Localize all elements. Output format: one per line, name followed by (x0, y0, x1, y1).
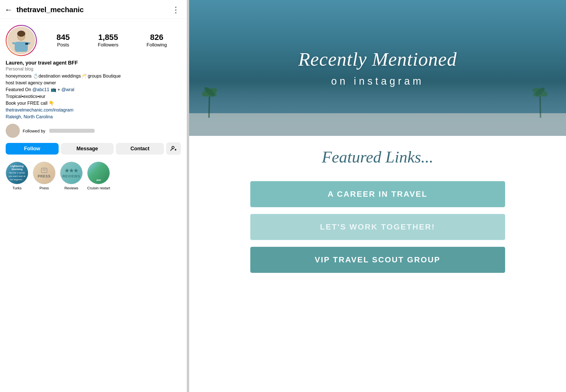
vip-travel-scout-button[interactable]: VIP TRAVEL SCOUT GROUP (250, 247, 505, 273)
followers-label: Followers (98, 42, 119, 48)
career-in-travel-button[interactable]: A CAREER IN TRAVEL (250, 181, 505, 207)
followed-by-row: Followed by (0, 120, 187, 140)
followers-stat[interactable]: 1,855 Followers (98, 33, 119, 48)
profile-header-bar: ← thetravel_mechanic ⋮ (0, 0, 187, 19)
bio-line5: Book your FREE call 👇 (6, 101, 54, 106)
lets-work-together-button[interactable]: LET'S WORK TOGETHER! (250, 214, 505, 240)
bio-text: honeymoons 💍destination weddings🥂 groups… (6, 73, 181, 120)
recently-mentioned-title: Recently Mentioned (298, 49, 457, 70)
highlight-press[interactable]: PRESS Press (33, 162, 55, 190)
bio-category: Personal blog (6, 67, 181, 72)
header-left: ← thetravel_mechanic (5, 5, 84, 14)
highlights-row: LighteningStormingNot the 3 words you wa… (0, 159, 187, 195)
message-button[interactable]: Message (61, 143, 114, 155)
buildings-row (189, 113, 566, 136)
featured-links-section: Featured Links... A CAREER IN TRAVEL LET… (189, 136, 566, 392)
action-buttons-row: Follow Message Contact (0, 140, 187, 159)
avatar[interactable] (7, 26, 36, 55)
bio-line1: honeymoons 💍destination weddings🥂 groups… (6, 74, 121, 78)
following-count: 826 (150, 33, 163, 42)
link-buttons-container: A CAREER IN TRAVEL LET'S WORK TOGETHER! … (250, 181, 505, 273)
following-label: Following (147, 42, 167, 48)
highlight-cruisin-label: Cruisin restart (87, 186, 110, 190)
highlight-reviews-circle: ★★★ REVIEWS (60, 162, 83, 184)
svg-rect-6 (25, 43, 28, 45)
right-panel: Recently Mentioned on instagram Featured… (189, 0, 566, 392)
contact-button[interactable]: Contact (116, 143, 164, 155)
bio-line2: host travel agency owner (6, 80, 56, 85)
highlight-reviews[interactable]: ★★★ REVIEWS Reviews (60, 162, 83, 190)
bio-mention1[interactable]: @abc11 (32, 87, 49, 92)
highlight-reviews-label: Reviews (64, 186, 78, 190)
bio-line3-prefix: Featured On (6, 87, 32, 92)
highlight-cruisin[interactable]: ann Cruisin restart (87, 162, 110, 190)
following-stat[interactable]: 826 Following (147, 33, 167, 48)
on-instagram-text: on instagram (331, 75, 424, 87)
bio-website[interactable]: thetravelmechanic.com/instagram (6, 108, 73, 112)
recently-mentioned-section: Recently Mentioned on instagram (189, 0, 566, 136)
svg-rect-4 (12, 42, 16, 44)
followed-by-name-blurred (49, 129, 95, 133)
svg-marker-13 (44, 168, 45, 168)
highlight-turks[interactable]: LighteningStormingNot the 3 words you wa… (6, 162, 28, 190)
profile-username: thetravel_mechanic (16, 5, 84, 14)
bio-mention2[interactable]: @wral (61, 87, 74, 92)
panel-divider (187, 0, 189, 392)
stats-row: 845 Posts 1,855 Followers 826 Following (42, 33, 181, 48)
highlight-cruisin-circle: ann (87, 162, 110, 184)
more-options-button[interactable]: ⋮ (172, 5, 180, 14)
bio-line3-mid: 📺 + (49, 87, 61, 92)
followers-count: 1,855 (98, 33, 118, 42)
svg-point-7 (172, 146, 174, 149)
highlight-turks-circle: LighteningStormingNot the 3 words you wa… (6, 162, 28, 184)
followed-by-text: Followed by (23, 128, 45, 133)
featured-links-title: Featured Links... (322, 147, 433, 167)
avatar-wrapper (6, 25, 37, 56)
posts-count: 845 (57, 33, 70, 42)
svg-point-2 (17, 31, 25, 37)
bio-line4: Tropical•exotics•eur (6, 94, 45, 99)
bio-section: Lauren, your travel agent BFF Personal b… (0, 59, 187, 120)
highlight-turks-label: Turks (12, 186, 22, 190)
palm-right-decoration (532, 78, 549, 119)
followed-by-avatar (6, 124, 20, 138)
posts-label: Posts (57, 42, 69, 48)
back-button[interactable]: ← (5, 5, 12, 14)
highlight-press-label: Press (39, 186, 49, 190)
follow-button[interactable]: Follow (6, 143, 59, 155)
add-person-button[interactable] (166, 142, 181, 155)
highlight-press-circle: PRESS (33, 162, 55, 184)
instagram-profile-panel: ← thetravel_mechanic ⋮ (0, 0, 187, 392)
bio-location: Raleigh, North Carolina (6, 114, 53, 119)
profile-info-row: 845 Posts 1,855 Followers 826 Following (0, 19, 187, 59)
posts-stat[interactable]: 845 Posts (57, 33, 70, 48)
palm-left-decoration (200, 78, 217, 119)
bio-name: Lauren, your travel agent BFF (6, 60, 181, 66)
